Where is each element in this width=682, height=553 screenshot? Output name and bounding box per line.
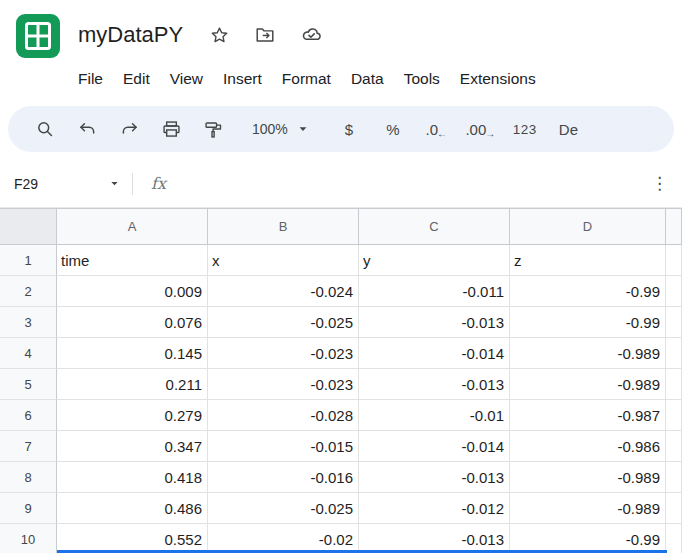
row-number[interactable]: 5 — [0, 369, 57, 400]
move-to-folder-icon[interactable] — [254, 24, 276, 46]
menu-item-tools[interactable]: Tools — [394, 64, 450, 94]
cell[interactable] — [666, 400, 682, 431]
cell[interactable]: 0.486 — [57, 493, 208, 524]
cell[interactable]: -0.99 — [510, 524, 666, 553]
percent-format-button[interactable]: % — [371, 111, 415, 147]
menu-item-edit[interactable]: Edit — [113, 64, 160, 94]
cell[interactable]: -0.989 — [510, 338, 666, 369]
cell[interactable]: -0.015 — [208, 431, 359, 462]
cell[interactable]: 0.145 — [57, 338, 208, 369]
increase-decimal-button[interactable]: .00→ — [459, 111, 503, 147]
search-icon[interactable] — [24, 111, 66, 147]
cell[interactable] — [666, 245, 682, 276]
formula-bar-menu-icon[interactable]: ⋮ — [651, 173, 668, 194]
cell[interactable]: -0.986 — [510, 431, 666, 462]
menu-item-format[interactable]: Format — [272, 64, 341, 94]
column-header-partial[interactable] — [666, 209, 682, 245]
row-number[interactable]: 8 — [0, 462, 57, 493]
cell[interactable]: z — [510, 245, 666, 276]
cell[interactable]: -0.989 — [510, 493, 666, 524]
cell[interactable]: -0.01 — [359, 400, 510, 431]
menu-item-insert[interactable]: Insert — [213, 64, 272, 94]
cell[interactable]: -0.013 — [359, 369, 510, 400]
cell[interactable]: -0.989 — [510, 369, 666, 400]
paint-format-icon[interactable] — [192, 111, 234, 147]
cell[interactable]: -0.02 — [208, 524, 359, 553]
row-number[interactable]: 4 — [0, 338, 57, 369]
cell[interactable]: 0.076 — [57, 307, 208, 338]
app-header: myDataPY — [0, 0, 682, 100]
row-number[interactable]: 6 — [0, 400, 57, 431]
column-header-a[interactable]: A — [57, 209, 208, 245]
cell[interactable]: y — [359, 245, 510, 276]
more-formats-button[interactable]: 123 — [503, 111, 547, 147]
currency-format-button[interactable]: $ — [327, 111, 371, 147]
cell[interactable] — [666, 369, 682, 400]
cell[interactable]: -0.023 — [208, 369, 359, 400]
cell[interactable] — [666, 462, 682, 493]
cell[interactable]: -0.028 — [208, 400, 359, 431]
row-number[interactable]: 10 — [0, 524, 57, 553]
cell[interactable] — [666, 524, 682, 553]
cell[interactable]: -0.025 — [208, 307, 359, 338]
cell[interactable]: 0.009 — [57, 276, 208, 307]
undo-icon[interactable] — [66, 111, 108, 147]
star-icon[interactable] — [209, 25, 230, 46]
toolbar: 100% $ % .0← .00→ 123 De — [8, 106, 674, 152]
row-number[interactable]: 7 — [0, 431, 57, 462]
cell[interactable]: -0.013 — [359, 307, 510, 338]
zoom-dropdown[interactable]: 100% — [242, 111, 319, 147]
cell[interactable]: 0.211 — [57, 369, 208, 400]
cell[interactable]: -0.024 — [208, 276, 359, 307]
cell[interactable]: 0.418 — [57, 462, 208, 493]
cell[interactable]: 0.552 — [57, 524, 208, 553]
sheets-logo-icon[interactable] — [16, 14, 60, 58]
row-number[interactable]: 3 — [0, 307, 57, 338]
cell[interactable] — [666, 338, 682, 369]
font-family-dropdown[interactable]: De — [559, 121, 578, 138]
zoom-value: 100% — [252, 121, 288, 137]
cell[interactable]: -0.014 — [359, 431, 510, 462]
print-icon[interactable] — [150, 111, 192, 147]
cell[interactable] — [666, 276, 682, 307]
cell[interactable]: -0.016 — [208, 462, 359, 493]
cell[interactable]: 0.279 — [57, 400, 208, 431]
menu-item-extensions[interactable]: Extensions — [450, 64, 546, 94]
row-number[interactable]: 2 — [0, 276, 57, 307]
cell[interactable]: -0.99 — [510, 276, 666, 307]
decrease-decimal-button[interactable]: .0← — [415, 111, 459, 147]
row-number[interactable]: 1 — [0, 245, 57, 276]
menu-item-view[interactable]: View — [160, 64, 213, 94]
cell[interactable] — [666, 431, 682, 462]
menu-item-data[interactable]: Data — [341, 64, 394, 94]
cell[interactable]: -0.013 — [359, 462, 510, 493]
cell[interactable]: -0.989 — [510, 462, 666, 493]
select-all-corner[interactable] — [0, 209, 57, 245]
increase-decimal-label: .00 — [465, 121, 486, 138]
cell[interactable]: -0.023 — [208, 338, 359, 369]
table-row: 20.009-0.024-0.011-0.99 — [0, 276, 682, 307]
chevron-down-icon — [109, 178, 120, 189]
cell[interactable]: -0.987 — [510, 400, 666, 431]
cell[interactable]: time — [57, 245, 208, 276]
document-title[interactable]: myDataPY — [78, 22, 183, 48]
column-header-c[interactable]: C — [359, 209, 510, 245]
cloud-saved-icon[interactable] — [300, 24, 323, 47]
cell[interactable]: -0.025 — [208, 493, 359, 524]
cell[interactable]: x — [208, 245, 359, 276]
menu-item-file[interactable]: File — [68, 64, 113, 94]
row-number[interactable]: 9 — [0, 493, 57, 524]
cell[interactable] — [666, 307, 682, 338]
name-box[interactable]: F29 — [0, 160, 132, 207]
redo-icon[interactable] — [108, 111, 150, 147]
cell[interactable]: -0.013 — [359, 524, 510, 553]
cell[interactable]: -0.011 — [359, 276, 510, 307]
column-header-d[interactable]: D — [510, 209, 666, 245]
cell[interactable]: -0.99 — [510, 307, 666, 338]
cell[interactable]: -0.014 — [359, 338, 510, 369]
cell[interactable]: 0.347 — [57, 431, 208, 462]
column-header-b[interactable]: B — [208, 209, 359, 245]
cell[interactable] — [666, 493, 682, 524]
cell[interactable]: -0.012 — [359, 493, 510, 524]
formula-input[interactable]: fx — [151, 174, 166, 193]
